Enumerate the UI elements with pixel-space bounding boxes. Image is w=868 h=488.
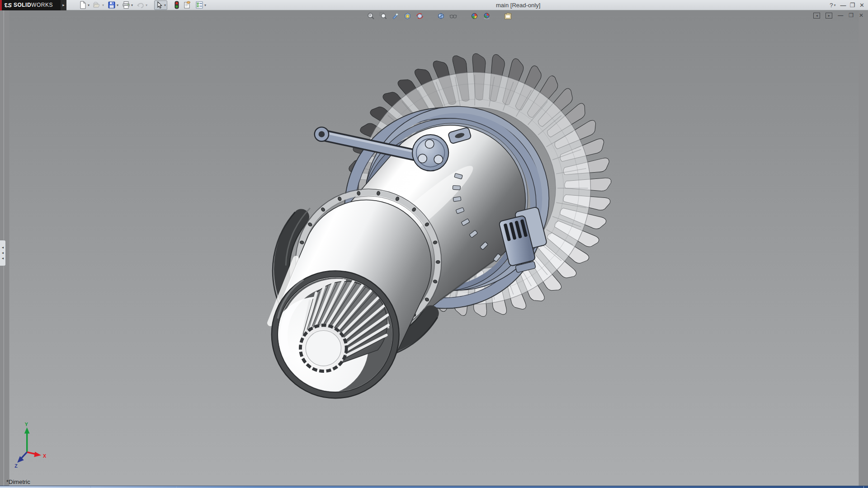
print-icon [122, 1, 130, 9]
document-title: main [Read-only] [496, 0, 540, 10]
edit-appearance-icon [471, 12, 478, 20]
save-button[interactable]: ▾ [106, 0, 120, 10]
new-document-button[interactable]: ▾ [77, 0, 91, 10]
view-orientation-icon [437, 12, 445, 20]
rotate-view-button[interactable] [415, 12, 425, 20]
document-window-controls: ◂ ▸ — ❐ ✕ [813, 12, 863, 19]
zoom-to-fit-button[interactable] [366, 12, 376, 20]
save-icon [108, 1, 116, 9]
view-orientation-label: *Dimetric [6, 479, 30, 485]
options-button[interactable]: ▾ [194, 0, 208, 10]
doc-restore-button[interactable]: ❐ [849, 12, 854, 19]
rebuild-button[interactable] [173, 0, 181, 10]
display-style-icon [449, 12, 457, 20]
rotate-view-icon [416, 12, 424, 20]
status-bar [0, 486, 868, 488]
main-toolbar: ▾ ▾ ▾ ▾ ▾ ▾ ▾ [77, 0, 208, 10]
previous-view-button[interactable] [391, 12, 400, 20]
solidworks-logo: 3S SOLIDWORKS [0, 0, 61, 10]
minimize-button[interactable]: — [840, 0, 845, 10]
logo-accent-stripe [0, 0, 2, 10]
svg-text:Y: Y [25, 422, 28, 427]
options-icon [195, 1, 203, 9]
zoom-to-area-icon [379, 12, 387, 20]
edit-appearance-button[interactable] [470, 12, 479, 20]
dassault-3ds-mark-icon: 3S [5, 2, 12, 9]
zoom-to-fit-icon [367, 12, 375, 20]
feature-panel-collapse-tab[interactable]: ◂ ◂ ◂ [0, 240, 6, 266]
window-controls: ?▾ — ❐ ✕ [830, 0, 864, 10]
graphics-viewport[interactable]: Y X Z [0, 10, 868, 486]
section-view-button[interactable] [403, 12, 412, 20]
traffic-light-icon [174, 1, 179, 9]
apply-scene-button[interactable] [482, 12, 491, 20]
select-cursor-icon [156, 1, 163, 9]
next-document-button[interactable]: ▸ [826, 13, 832, 19]
previous-document-button[interactable]: ◂ [813, 13, 820, 19]
zoom-to-area-button[interactable] [378, 12, 388, 20]
close-button[interactable]: ✕ [859, 0, 864, 10]
open-button[interactable]: ▾ [92, 0, 105, 10]
svg-text:Z: Z [14, 463, 18, 469]
menu-expand-arrow[interactable]: ▸ [61, 0, 66, 10]
help-button[interactable]: ?▾ [830, 0, 835, 10]
engine-3d-model: Y X Z [0, 10, 868, 486]
restore-button[interactable]: ❐ [849, 0, 855, 10]
view-orientation-button[interactable] [436, 12, 446, 20]
previous-view-icon [392, 12, 399, 20]
view-settings-icon [504, 13, 512, 20]
section-view-icon [404, 12, 411, 20]
new-document-icon [79, 1, 87, 9]
print-button[interactable]: ▾ [121, 0, 134, 10]
display-style-button[interactable] [448, 12, 458, 20]
doc-close-button[interactable]: ✕ [859, 12, 863, 19]
file-properties-button[interactable] [182, 0, 193, 10]
undo-icon [137, 1, 145, 9]
select-tool-button[interactable]: ▾ [154, 0, 167, 10]
doc-minimize-button[interactable]: — [838, 12, 843, 19]
logo-wordmark: SOLIDWORKS [14, 2, 53, 8]
file-properties-icon [183, 1, 192, 9]
title-bar: 3S SOLIDWORKS ▸ ▾ ▾ ▾ ▾ ▾ ▾ [0, 0, 868, 10]
svg-text:X: X [43, 453, 47, 459]
headsup-view-toolbar [366, 12, 513, 20]
undo-button[interactable]: ▾ [135, 0, 149, 10]
view-settings-button[interactable] [503, 12, 513, 20]
open-folder-icon [93, 1, 101, 9]
apply-scene-icon [483, 12, 491, 20]
